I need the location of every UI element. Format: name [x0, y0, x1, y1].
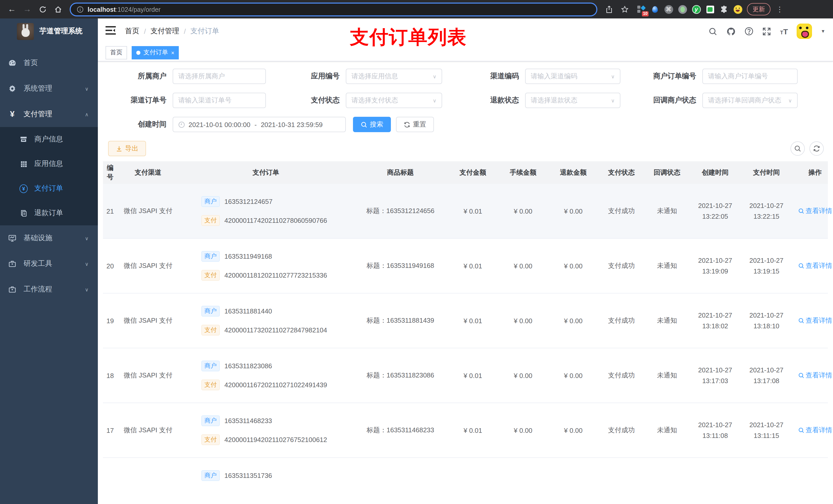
- tag-close-icon[interactable]: ×: [171, 49, 174, 55]
- col-amount: 支付金额: [448, 168, 498, 177]
- sidebar-item-infrastructure[interactable]: 基础设施 ∨: [0, 225, 98, 251]
- tag-label: 首页: [110, 48, 122, 57]
- range-end: 2021-10-31 23:59:59: [261, 121, 323, 128]
- sidebar-item-dev-tools[interactable]: 研发工具 ∨: [0, 251, 98, 277]
- tag-pay-order[interactable]: 支付订单 ×: [132, 46, 179, 59]
- monitor-icon: [8, 234, 16, 242]
- browser-home-icon[interactable]: [51, 3, 65, 16]
- app-select[interactable]: 请选择应用信息 ∨: [346, 69, 442, 84]
- create-time-range-input[interactable]: 2021-10-01 00:00:00 - 2021-10-31 23:59:5…: [173, 117, 346, 132]
- merchant-order-no-input[interactable]: 请输入商户订单编号: [703, 69, 798, 84]
- sidebar-item-merchant-info[interactable]: 商户信息: [0, 127, 98, 152]
- cell-id: 18: [103, 371, 117, 379]
- cell-fee: ¥ 0.00: [498, 317, 548, 325]
- channel-code-select[interactable]: 请输入渠道编码 ∨: [525, 69, 620, 84]
- browser-chrome: ← → localhost:1024/pay/order 10 ⌘: [0, 0, 833, 19]
- cell-create-time: 2021-10-2713:18:02: [690, 310, 741, 331]
- magnifier-icon: [798, 208, 804, 214]
- browser-back-icon[interactable]: ←: [5, 3, 19, 16]
- grid-diamond-ext-icon[interactable]: 10: [636, 5, 645, 14]
- toggle-search-button[interactable]: [790, 141, 805, 156]
- refresh-button[interactable]: [809, 141, 824, 156]
- cell-title: 标题：1635311468233: [353, 426, 448, 435]
- cell-notify: 未通知: [644, 371, 690, 380]
- table-row: 18 微信 JSAPI 支付 商户1635311823086 支付4200001…: [103, 348, 828, 403]
- view-detail-link[interactable]: 查看详情: [798, 316, 832, 325]
- cell-amount: ¥ 0.01: [448, 371, 498, 379]
- sidebar-item-home[interactable]: 首页: [0, 50, 98, 76]
- pay-tag: 支付: [201, 380, 220, 390]
- sidebar-item-app-info[interactable]: 应用信息: [0, 152, 98, 176]
- col-actions: 操作: [792, 168, 833, 177]
- balloon-ext-icon[interactable]: [650, 5, 659, 14]
- merchant-order-no: 1635311881440: [224, 307, 272, 315]
- export-button[interactable]: 导出: [108, 141, 146, 156]
- cell-order: 商户1635311881440 支付4200001173202110272847…: [179, 306, 353, 335]
- browser-forward-icon[interactable]: →: [21, 3, 34, 16]
- avatar-caret-icon[interactable]: ▼: [821, 29, 825, 34]
- header-search-icon[interactable]: [709, 27, 718, 36]
- notify-status-select[interactable]: 请选择订单回调商户状态 ∨: [703, 93, 798, 108]
- cell-fee: ¥ 0.00: [498, 426, 548, 434]
- sidebar-item-pay-order[interactable]: ¥ 支付订单: [0, 176, 98, 201]
- view-detail-label: 查看详情: [806, 207, 832, 216]
- magnifier-icon: [798, 317, 804, 324]
- placeholder-text: 请选择支付状态: [352, 96, 398, 105]
- sidebar-item-refund-order[interactable]: 退款订单: [0, 201, 98, 225]
- cell-channel: 微信 JSAPI 支付: [117, 261, 179, 270]
- github-icon[interactable]: [727, 27, 736, 36]
- reset-button[interactable]: 重置: [396, 117, 434, 132]
- sidebar-item-system[interactable]: 系统管理 ∨: [0, 76, 98, 101]
- tag-home[interactable]: 首页: [105, 46, 127, 59]
- breadcrumb-home[interactable]: 首页: [125, 27, 139, 36]
- view-detail-label: 查看详情: [806, 426, 832, 435]
- search-button[interactable]: 搜索: [353, 117, 391, 132]
- pay-order-no: 4200001194202110276752100612: [224, 436, 327, 443]
- store-icon: [20, 135, 28, 143]
- cell-pay-time: 2021-10-2713:19:15: [741, 255, 792, 277]
- y-circle-ext-icon[interactable]: y: [692, 5, 701, 14]
- chevron-down-icon: ∨: [608, 73, 615, 79]
- view-detail-link[interactable]: 查看详情: [798, 207, 832, 216]
- avatar[interactable]: [796, 24, 812, 39]
- help-icon[interactable]: [744, 27, 754, 36]
- command-ext-icon[interactable]: ⌘: [664, 5, 673, 14]
- cell-title: 标题：1635311949168: [353, 261, 448, 270]
- cell-id: 21: [103, 207, 117, 215]
- browser-menu-icon[interactable]: ⋮: [776, 5, 783, 13]
- chat-ext-icon[interactable]: [706, 5, 715, 14]
- fullscreen-icon[interactable]: [762, 27, 771, 36]
- sidebar-item-payment[interactable]: ¥ 支付管理 ∧: [0, 101, 98, 127]
- sidebar-item-workflow[interactable]: 工作流程 ∨: [0, 277, 98, 302]
- view-detail-link[interactable]: 查看详情: [798, 426, 832, 435]
- browser-update-button[interactable]: 更新: [747, 3, 770, 15]
- font-size-icon[interactable]: TT: [780, 27, 788, 35]
- breadcrumb-payment[interactable]: 支付管理: [151, 27, 179, 36]
- cell-actions: 查看详情: [792, 261, 833, 270]
- cell-amount: ¥ 0.01: [448, 262, 498, 270]
- browser-reload-icon[interactable]: [36, 3, 49, 16]
- extensions-puzzle-icon[interactable]: [719, 5, 729, 14]
- status-circle-ext-icon[interactable]: [678, 5, 687, 14]
- merchant-tag: 商户: [201, 306, 220, 316]
- sidebar-logo[interactable]: 芋道管理系统: [0, 19, 98, 44]
- col-id: 编号: [103, 163, 117, 182]
- view-detail-link[interactable]: 查看详情: [798, 371, 832, 380]
- cell-create-time: 2021-10-2713:11:08: [690, 419, 741, 441]
- refund-status-select[interactable]: 请选择退款状态 ∨: [525, 93, 620, 108]
- emoji-ext-icon[interactable]: [733, 5, 742, 14]
- hamburger-icon[interactable]: [105, 26, 116, 37]
- share-icon[interactable]: [602, 3, 616, 16]
- clock-icon: [178, 121, 185, 128]
- view-detail-link[interactable]: 查看详情: [798, 261, 832, 270]
- filter-label: 商户订单编号: [640, 72, 696, 81]
- url-bar[interactable]: localhost:1024/pay/order: [70, 2, 597, 16]
- site-info-icon[interactable]: [77, 6, 84, 13]
- table-row: 19 微信 JSAPI 支付 商户1635311881440 支付4200001…: [103, 293, 828, 348]
- placeholder-text: 请输入渠道订单号: [178, 96, 232, 105]
- channel-order-no-input[interactable]: 请输入渠道订单号: [173, 93, 266, 108]
- pay-status-select[interactable]: 请选择支付状态 ∨: [346, 93, 442, 108]
- cell-refund: ¥ 0.00: [548, 262, 598, 270]
- bookmark-star-icon[interactable]: [618, 3, 631, 16]
- merchant-select[interactable]: 请选择所属商户: [173, 69, 266, 84]
